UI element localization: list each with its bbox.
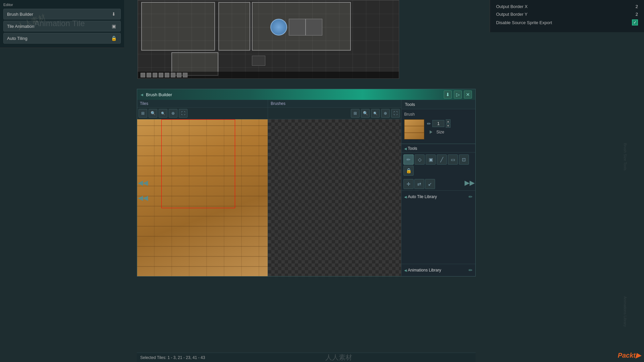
anim-library-title-row: Animations Library ✏: [404, 266, 473, 274]
fill-tool-btn[interactable]: ⊡: [459, 155, 469, 165]
disable-source-row: Disable Source Sprite Export ✓: [496, 19, 638, 25]
brush-preview-tile: [404, 119, 424, 139]
tools-divider: Tools ✏ ◇ ▣ ╱ ▭ ⊡ 🔒 ✛ ⇄ ↙: [401, 144, 475, 190]
tile-animation-btn[interactable]: Tile Animation ▣: [3, 21, 121, 32]
brush-builder-title: Brush Builder: [141, 92, 172, 97]
line-tool-btn[interactable]: ╱: [437, 155, 447, 165]
tiles-zoom-fit-btn[interactable]: ⊕: [169, 109, 177, 118]
disable-source-checkbox[interactable]: ✓: [632, 19, 638, 25]
tiles-zoom-out-btn[interactable]: 🔍: [149, 109, 157, 118]
properties-panel: Output Border X 2 Output Border Y 2 Disa…: [490, 0, 644, 32]
selected-tiles-text: Selected Tiles: 1 - 3, 21 - 23, 41 - 43: [140, 355, 205, 360]
brushes-grid-btn[interactable]: ⊞: [351, 109, 360, 118]
brush-builder-btn[interactable]: Brush Builder ⬇: [3, 9, 121, 19]
animations-library-title: Animations Library: [404, 268, 441, 273]
auto-tile-library-title: Auto Tile Library: [404, 194, 437, 199]
tile-obj-3: [252, 56, 265, 66]
tiles-arrow-left[interactable]: ◀◀: [138, 194, 148, 202]
output-border-x-label: Output Border X: [496, 4, 528, 9]
tile-obj-2: [306, 19, 322, 36]
strip-tile: [171, 73, 175, 77]
brush-size-input[interactable]: [432, 120, 444, 127]
watermark-center: 人人素材: [325, 353, 352, 362]
toggle-icon: ▣: [110, 23, 117, 29]
strip-tile: [183, 73, 187, 77]
bottom-strip: [138, 72, 399, 78]
output-border-x-value: 2: [618, 4, 638, 9]
tiles-canvas[interactable]: ◀◀: [137, 119, 268, 276]
auto-tile-edit-icon[interactable]: ✏: [469, 194, 473, 199]
tile-obj-1: [289, 19, 306, 36]
strip-tile: [165, 73, 169, 77]
tools-grid: ✏ ◇ ▣ ╱ ▭ ⊡ 🔒: [401, 153, 475, 178]
brush-size-tools-hint: Brush Size Tools: [623, 143, 627, 171]
bb-close-btn[interactable]: ✕: [464, 90, 472, 99]
brushes-fullscreen-btn[interactable]: ⛶: [391, 109, 400, 118]
brush-config-row: ✏ ▲ ▼ Size: [404, 118, 473, 141]
brushes-arrow-left[interactable]: ◀◀: [138, 179, 148, 187]
tools-grid-label: Tools: [401, 144, 475, 153]
lock-tool-btn[interactable]: 🔒: [404, 166, 414, 176]
auto-tile-section: Auto Tile Library ✏: [401, 190, 475, 203]
brushes-toolbar: ⊞ 🔍 🔍 ⊕ ⛶: [268, 108, 401, 119]
portal-circle: [270, 19, 287, 36]
tiles-zoom-in-btn[interactable]: 🔍: [159, 109, 167, 118]
brush-builder-panel: Brush Builder ⬇ ▷ ✕ Tiles ⊞ 🔍 🔍 ⊕ ⛶: [137, 89, 476, 277]
output-border-y-row: Output Border Y 2: [496, 12, 638, 17]
auto-tiling-btn[interactable]: Auto Tiling 🔒: [3, 33, 121, 44]
animations-library-section: Animations Library ✏: [401, 264, 475, 276]
disable-source-label: Disable Source Sprite Export: [496, 20, 552, 25]
status-bar: Selected Tiles: 1 - 3, 21 - 23, 41 - 43 …: [137, 353, 476, 362]
brush-size-row: ✏ ▲ ▼: [427, 119, 450, 128]
map-grid: [138, 0, 399, 78]
map-room-1: [141, 2, 215, 51]
auto-tile-title-row: Auto Tile Library ✏: [404, 193, 473, 201]
brush-size-arrows: ▲ ▼: [446, 119, 450, 128]
strip-tile: [141, 73, 145, 77]
strip-tile: [177, 73, 181, 77]
bb-controls: ⬇ ▷ ✕: [444, 90, 472, 99]
brush-size-up[interactable]: ▲: [446, 119, 450, 123]
map-room-2: [218, 2, 250, 51]
output-border-y-value: 2: [618, 12, 638, 17]
tools-header: Tools: [401, 100, 475, 109]
brush-builder-titlebar: Brush Builder ⬇ ▷ ✕: [137, 89, 475, 100]
tile-texture: [137, 119, 268, 276]
bb-expand-btn[interactable]: ▷: [454, 90, 462, 99]
download-icon: ⬇: [110, 11, 117, 17]
output-border-x-row: Output Border X 2: [496, 4, 638, 9]
brushes-section: Brushes ⊞ 🔍 🔍 ⊕ ⛶ ◀◀ ▶▶: [268, 100, 401, 276]
brush-text-label: Brush: [404, 112, 473, 117]
paint-tool-btn[interactable]: ✏: [404, 155, 414, 165]
lock-icon: 🔒: [110, 35, 117, 42]
move-tool-btn[interactable]: ✛: [404, 179, 414, 189]
swap-tool-btn[interactable]: ⇄: [414, 179, 424, 189]
tiles-grid-btn[interactable]: ⊞: [139, 109, 147, 118]
sep-arrows: ✛ ⇄ ↙: [401, 178, 475, 190]
brush-size-down[interactable]: ▼: [446, 124, 450, 128]
tiles-header: Tiles: [137, 100, 268, 108]
size-triangle-icon: [430, 130, 432, 134]
brushes-zoom-in-btn[interactable]: 🔍: [371, 109, 380, 118]
map-viewport: [138, 0, 399, 79]
eraser-tool-btn[interactable]: ◇: [415, 155, 425, 165]
brushes-zoom-fit-btn[interactable]: ⊕: [381, 109, 390, 118]
brushes-arrow-right[interactable]: ▶▶: [465, 179, 475, 187]
animations-library-hint: Animations Library: [623, 296, 627, 327]
strip-tile: [147, 73, 151, 77]
editor-panel: Editor Brush Builder ⬇ Tile Animation ▣ …: [0, 0, 124, 48]
corner-tool-btn[interactable]: ↙: [425, 179, 435, 189]
rect-tool-btn[interactable]: ▭: [448, 155, 458, 165]
tiles-toolbar: ⊞ 🔍 🔍 ⊕ ⛶: [137, 108, 268, 119]
brush-preview-area: Brush ✏ ▲ ▼: [401, 109, 475, 144]
tiles-fullscreen-btn[interactable]: ⛶: [179, 109, 187, 118]
brush-controls: ✏ ▲ ▼ Size: [427, 119, 450, 135]
brush-size-label-row: Size: [427, 129, 450, 135]
brush-label-row: Brush: [404, 112, 473, 117]
select-tool-btn[interactable]: ▣: [426, 155, 436, 165]
brushes-canvas[interactable]: ◀◀ ▶▶: [268, 119, 401, 276]
anim-library-edit-icon[interactable]: ✏: [469, 267, 473, 273]
brushes-zoom-out-btn[interactable]: 🔍: [361, 109, 370, 118]
tiles-section: Tiles ⊞ 🔍 🔍 ⊕ ⛶ ◀◀: [137, 100, 268, 276]
bb-download-btn[interactable]: ⬇: [444, 90, 452, 99]
